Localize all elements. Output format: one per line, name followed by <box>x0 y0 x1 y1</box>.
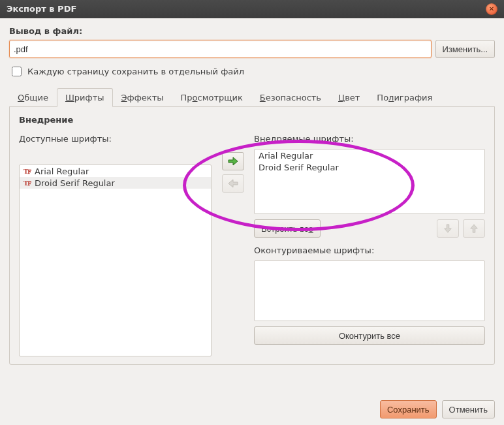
split-pages-checkbox[interactable] <box>12 67 22 76</box>
save-button[interactable]: Сохранить <box>380 400 437 418</box>
tab-5[interactable]: Цвет <box>330 88 368 107</box>
font-name: Droid Serif Regular <box>259 163 339 172</box>
tab-4[interactable]: Безопасность <box>251 88 330 107</box>
arrow-left-icon <box>228 179 238 188</box>
list-item[interactable]: TꜰArial Regular <box>20 165 211 177</box>
output-file-input[interactable] <box>9 40 432 58</box>
font-name: Droid Serif Regular <box>35 178 115 188</box>
arrow-right-icon <box>228 157 238 166</box>
tab-3[interactable]: Просмотрщик <box>172 88 251 107</box>
arrow-up-icon <box>469 224 479 233</box>
list-item[interactable]: Droid Serif Regular <box>255 161 484 173</box>
embedded-fonts-list[interactable]: Arial RegularDroid Serif Regular <box>254 149 485 214</box>
font-name: Arial Regular <box>35 166 89 176</box>
outline-fonts-label: Оконтуриваемые шрифты: <box>254 245 485 255</box>
output-label: Вывод в файл: <box>9 26 495 36</box>
tab-2[interactable]: Эффекты <box>113 88 172 107</box>
available-fonts-list[interactable]: TꜰArial RegularTꜰDroid Serif Regular <box>19 165 212 356</box>
font-type-icon: Tꜰ <box>24 179 31 187</box>
add-font-button[interactable] <box>222 152 244 170</box>
available-fonts-label: Доступные шрифты: <box>19 134 212 144</box>
cancel-button[interactable]: Отменить <box>442 400 495 418</box>
list-item[interactable]: Arial Regular <box>255 150 484 161</box>
remove-font-button[interactable] <box>222 174 244 193</box>
outline-all-button[interactable]: Оконтурить все <box>254 326 485 345</box>
dialog-footer: Сохранить Отменить <box>380 400 495 418</box>
embed-all-button[interactable]: Встроить все <box>254 219 321 238</box>
arrow-down-icon <box>443 224 453 233</box>
move-down-button[interactable] <box>437 219 459 238</box>
fonts-panel: Внедрение Доступные шрифты: TꜰArial Regu… <box>9 107 495 365</box>
tab-6[interactable]: Полиграфия <box>368 88 441 107</box>
move-up-button[interactable] <box>463 219 485 238</box>
font-type-icon: Tꜰ <box>24 167 31 176</box>
titlebar: Экспорт в PDF ✕ <box>0 0 504 18</box>
tab-1[interactable]: Шрифты <box>57 88 113 107</box>
font-name: Arial Regular <box>259 151 313 161</box>
tab-0[interactable]: Общие <box>9 88 57 107</box>
list-item[interactable]: TꜰDroid Serif Regular <box>20 177 211 189</box>
outline-fonts-list[interactable] <box>254 260 485 321</box>
window-title: Экспорт в PDF <box>7 0 76 18</box>
panel-title: Внедрение <box>19 115 485 125</box>
embedded-fonts-label: Внедряемые шрифты: <box>254 134 485 144</box>
close-icon[interactable]: ✕ <box>486 3 497 15</box>
change-file-button[interactable]: Изменить... <box>435 40 495 58</box>
tabs: ОбщиеШрифтыЭффектыПросмотрщикБезопасност… <box>9 87 495 107</box>
split-pages-label: Каждую страницу сохранить в отдельный фа… <box>27 67 244 76</box>
